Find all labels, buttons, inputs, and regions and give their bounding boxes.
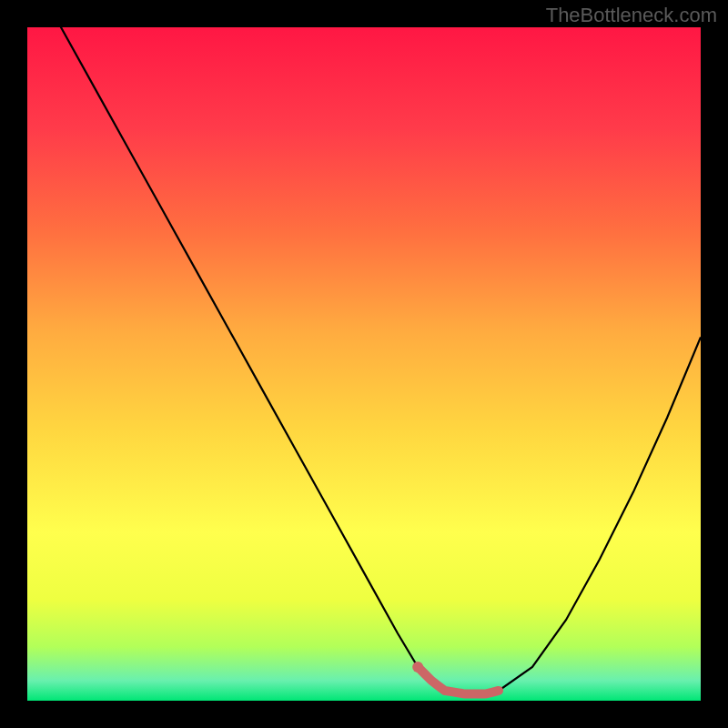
curve-layer — [27, 27, 701, 701]
watermark-text: TheBottleneck.com — [546, 4, 717, 27]
bottleneck-curve — [27, 27, 701, 694]
plot-area — [27, 27, 701, 701]
optimal-range-highlight — [418, 667, 499, 694]
optimal-point-marker — [412, 662, 423, 672]
